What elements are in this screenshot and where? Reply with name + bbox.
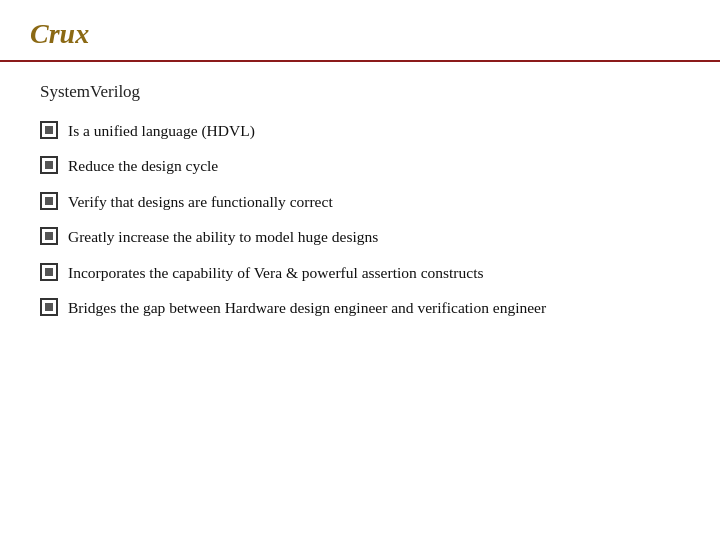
bullet-icon-6	[40, 298, 58, 316]
bullet-text-4: Greatly increase the ability to model hu…	[68, 226, 680, 248]
bullet-text-5: Incorporates the capability of Vera & po…	[68, 262, 680, 284]
bullet-icon-5	[40, 263, 58, 281]
bullet-text-1: Is a unified language (HDVL)	[68, 120, 680, 142]
bullet-icon-2	[40, 156, 58, 174]
bullet-text-3: Verify that designs are functionally cor…	[68, 191, 680, 213]
list-item: Incorporates the capability of Vera & po…	[40, 262, 680, 284]
bullet-list: Is a unified language (HDVL) Reduce the …	[40, 120, 680, 320]
bullet-icon-3	[40, 192, 58, 210]
slide-header: Crux	[0, 0, 720, 62]
slide-content: SystemVerilog Is a unified language (HDV…	[0, 62, 720, 353]
slide-title: Crux	[30, 18, 89, 49]
list-item: Greatly increase the ability to model hu…	[40, 226, 680, 248]
list-item: Verify that designs are functionally cor…	[40, 191, 680, 213]
list-item: Reduce the design cycle	[40, 155, 680, 177]
bullet-icon-4	[40, 227, 58, 245]
bullet-icon-1	[40, 121, 58, 139]
bullet-text-2: Reduce the design cycle	[68, 155, 680, 177]
bullet-text-6: Bridges the gap between Hardware design …	[68, 297, 680, 319]
list-item: Is a unified language (HDVL)	[40, 120, 680, 142]
slide: Crux SystemVerilog Is a unified language…	[0, 0, 720, 540]
list-item: Bridges the gap between Hardware design …	[40, 297, 680, 319]
section-title: SystemVerilog	[40, 82, 680, 102]
